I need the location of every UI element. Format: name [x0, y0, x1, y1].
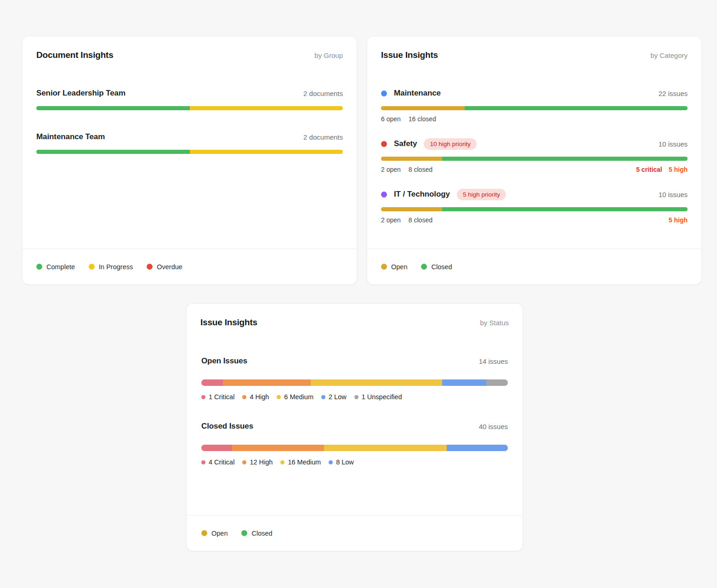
status-section: Closed Issues40 issues4 Critical12 High1…: [201, 420, 508, 466]
group-name: Maintenance Team: [36, 132, 105, 141]
card-header: Issue Insights by Category: [367, 36, 701, 60]
severity-legend-item: 4 High: [242, 393, 269, 401]
progress-bar: [36, 150, 343, 154]
severity-legend-item: 12 High: [242, 458, 273, 466]
row-header: Maintenance22 issues: [381, 87, 688, 100]
closed-count: 8 closed: [409, 216, 432, 225]
bar-segment-6-medium: [311, 379, 442, 386]
legend-item: Open: [381, 263, 407, 271]
open-closed-counts: 2 open8 closed: [381, 166, 432, 174]
severity-label: 16 Medium: [288, 458, 321, 466]
legend-dot-icon: [201, 530, 207, 536]
card-title: Document Insights: [36, 50, 114, 60]
category-name: Maintenance: [394, 89, 441, 98]
status-insights-sections: Open Issues14 issues1 Critical4 High6 Me…: [187, 355, 523, 466]
severity-label: 4 Critical: [209, 458, 234, 466]
category-dot-icon: [381, 141, 387, 147]
legend-label: Open: [211, 530, 228, 537]
card-title: Issue Insights: [381, 50, 438, 60]
category-name: IT / Technology: [394, 190, 450, 199]
card-subtitle-by-category: by Category: [650, 51, 688, 59]
bar-segment-2-low: [442, 379, 486, 386]
category-row: Safety10 high priority10 issues2 open8 c…: [381, 137, 688, 174]
legend-label: Overdue: [157, 263, 182, 271]
issue-count: 10 issues: [659, 191, 688, 198]
legend-dot-icon: [241, 530, 247, 536]
severity-legend-item: 16 Medium: [280, 458, 321, 466]
progress-bar: [201, 445, 508, 451]
category-row: Maintenance22 issues6 open16 closed: [381, 87, 688, 124]
status-section: Open Issues14 issues1 Critical4 High6 Me…: [201, 355, 508, 401]
issue-insights-by-status-card: Issue Insights by Status Open Issues14 i…: [186, 303, 523, 551]
priority-notes: 5 critical5 high: [636, 166, 688, 174]
severity-dot-icon: [280, 460, 285, 464]
category-dot-icon: [381, 192, 387, 198]
open-count: 2 open: [381, 216, 401, 225]
document-count: 2 documents: [303, 90, 343, 97]
legend-label: Complete: [46, 263, 75, 271]
open-closed-counts: 2 open8 closed: [381, 216, 432, 225]
row-header: Senior Leadership Team2 documents: [36, 87, 343, 100]
high-priority-badge: 10 high priority: [424, 138, 477, 150]
priority-note: 5 critical: [636, 166, 662, 174]
bar-segment-4-high: [223, 379, 311, 386]
issue-insights-by-category-card: Issue Insights by Category Maintenance22…: [367, 36, 702, 285]
high-priority-badge: 5 high priority: [457, 189, 506, 200]
severity-legend-item: 4 Critical: [201, 458, 234, 466]
bar-segment-complete: [36, 106, 190, 110]
severity-dot-icon: [201, 460, 205, 464]
severity-dot-icon: [242, 395, 246, 399]
bar-segment-16-medium: [324, 445, 447, 451]
category-insights-legend: OpenClosed: [367, 249, 701, 284]
bar-segment-open: [381, 157, 442, 161]
document-insights-legend: CompleteIn ProgressOverdue: [23, 249, 357, 284]
card-title: Issue Insights: [200, 317, 257, 328]
severity-dot-icon: [277, 395, 281, 399]
legend-dot-icon: [421, 264, 427, 270]
severity-label: 8 Low: [336, 458, 354, 466]
bar-segment-closed: [442, 207, 688, 211]
category-label-group: IT / Technology5 high priority: [381, 189, 506, 200]
card-subtitle-by-status: by Status: [480, 319, 509, 327]
category-label-group: Safety10 high priority: [381, 138, 477, 150]
severity-legend: 1 Critical4 High6 Medium2 Low1 Unspecifi…: [201, 393, 508, 401]
legend-dot-icon: [36, 264, 42, 270]
legend-dot-icon: [381, 264, 387, 270]
bar-segment-closed: [465, 106, 688, 110]
card-header: Document Insights by Group: [23, 36, 357, 60]
category-dot-icon: [381, 90, 387, 96]
severity-dot-icon: [242, 460, 246, 464]
insights-dashboard: Document Insights by Group Senior Leader…: [0, 0, 717, 588]
legend-item: Overdue: [147, 263, 182, 271]
legend-item: Complete: [36, 263, 75, 271]
severity-label: 2 Low: [329, 393, 347, 401]
issue-count: 22 issues: [659, 90, 688, 97]
bar-segment-1-unspecified: [486, 379, 508, 386]
row-subtext: 2 open8 closed5 critical5 high: [381, 166, 688, 174]
row-subtext: 6 open16 closed: [381, 115, 688, 124]
severity-legend-item: 6 Medium: [277, 393, 313, 401]
bar-segment-8-low: [447, 445, 508, 451]
legend-dot-icon: [147, 264, 153, 270]
severity-dot-icon: [201, 395, 205, 399]
severity-legend-item: 8 Low: [329, 458, 354, 466]
category-name: Safety: [394, 139, 417, 148]
row-subtext: 2 open8 closed5 high: [381, 216, 688, 225]
status-name: Open Issues: [201, 356, 247, 366]
open-closed-counts: 6 open16 closed: [381, 115, 436, 124]
severity-label: 1 Critical: [209, 393, 234, 401]
severity-label: 6 Medium: [284, 393, 313, 401]
legend-label: Closed: [431, 263, 452, 271]
document-group-row: Senior Leadership Team2 documents: [36, 87, 343, 110]
legend-item: Closed: [421, 263, 452, 271]
bar-segment-12-high: [232, 445, 324, 451]
legend-item: Open: [201, 530, 228, 537]
severity-dot-icon: [329, 460, 333, 464]
legend-item: Closed: [241, 530, 272, 537]
bar-segment-4-critical: [201, 445, 232, 451]
progress-bar: [381, 106, 688, 110]
row-header: Open Issues14 issues: [201, 355, 508, 368]
progress-bar: [36, 106, 343, 110]
progress-bar: [381, 157, 688, 161]
bar-segment-in-progress: [190, 150, 343, 154]
